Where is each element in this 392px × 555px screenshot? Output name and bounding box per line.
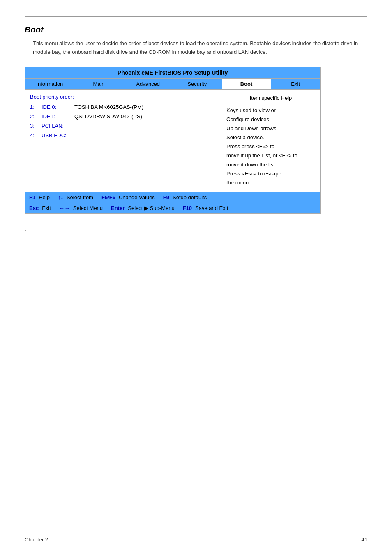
boot-item-2: 2: IDE1: QSI DVDRW SDW-042-(PS) (30, 113, 216, 120)
bios-left-panel: Boot priority order: 1: IDE 0: TOSHIBA M… (25, 90, 221, 192)
boot-num-2: 2: (30, 113, 42, 120)
nav-item-exit[interactable]: Exit (271, 79, 320, 89)
bios-help-line-3: Up and Down arrows (226, 124, 315, 133)
boot-item-1: 1: IDE 0: TOSHIBA MK6025GAS-(PM) (30, 104, 216, 110)
boot-num-3: 3: (30, 123, 42, 129)
boot-name-3: PCI LAN: (42, 123, 74, 129)
bios-help-line-2: Configure devices: (226, 115, 315, 124)
bios-help-line-5: Press press <F6> to (226, 142, 315, 151)
top-divider (25, 16, 367, 17)
bios-help-line-9: the menu. (226, 178, 315, 187)
text-change-values: Change Values (119, 194, 155, 200)
bios-help-title: Item specific Help (226, 94, 315, 103)
key-enter: Enter (111, 205, 125, 211)
footer-row-2: Esc Exit ←→ Select Menu Enter Select ▶ S… (25, 203, 320, 213)
key-arrows: ↑↓ (58, 194, 63, 200)
boot-value-1: TOSHIBA MK6025GAS-(PM) (74, 104, 143, 110)
boot-value-2: QSI DVDRW SDW-042-(PS) (74, 113, 142, 120)
key-f10: F10 (183, 205, 192, 211)
boot-num-4: 4: (30, 132, 42, 138)
nav-item-boot[interactable]: Boot (222, 79, 271, 89)
nav-item-security[interactable]: Security (173, 79, 222, 89)
text-select-submenu: Select ▶ Sub-Menu (128, 205, 174, 211)
page-number: 41 (362, 537, 367, 543)
section-description: This menu allows the user to decide the … (33, 39, 367, 57)
text-select-item: Select Item (67, 194, 93, 200)
text-select-menu: Select Menu (73, 205, 103, 211)
page-footer: Chapter 2 41 (25, 533, 367, 543)
bios-body: Boot priority order: 1: IDE 0: TOSHIBA M… (25, 90, 320, 192)
boot-name-1: IDE 0: (42, 104, 74, 110)
key-f1: F1 (29, 194, 35, 200)
boot-item-3: 3: PCI LAN: (30, 123, 216, 129)
bios-footer: F1 Help ↑↓ Select Item F5/F6 Change Valu… (25, 192, 320, 213)
key-lr-arrows: ←→ (59, 205, 70, 211)
trailing-dot (25, 226, 367, 233)
text-help: Help (39, 194, 50, 200)
text-save-exit: Save and Exit (195, 205, 228, 211)
bios-nav-row: Information Main Advanced Security Boot … (25, 79, 320, 90)
page-content: Boot This menu allows the user to decide… (0, 0, 392, 257)
boot-item-4: 4: USB FDC: (30, 132, 216, 138)
bios-right-panel: Item specific Help Keys used to view or … (221, 90, 320, 192)
bios-help-line-4: Select a device. (226, 133, 315, 142)
section-title: Boot (25, 25, 367, 35)
bios-help-line-7: move it down the list. (226, 160, 315, 169)
nav-item-information[interactable]: Information (25, 79, 74, 89)
nav-item-main[interactable]: Main (74, 79, 124, 89)
footer-row-1: F1 Help ↑↓ Select Item F5/F6 Change Valu… (25, 192, 320, 203)
bios-help-line-8: Press <Esc> to escape (226, 169, 315, 178)
boot-name-4: USB FDC: (42, 132, 74, 138)
boot-priority-label: Boot priority order: (30, 94, 216, 100)
boot-dash: – (38, 143, 216, 149)
boot-num-1: 1: (30, 104, 42, 110)
text-exit: Exit (42, 205, 51, 211)
chapter-label: Chapter 2 (25, 537, 48, 543)
text-setup-defaults: Setup defaults (173, 194, 207, 200)
nav-item-advanced[interactable]: Advanced (123, 79, 173, 89)
key-esc: Esc (29, 205, 39, 211)
key-f5f6: F5/F6 (101, 194, 115, 200)
bios-help-line-6: move it up the List, or <F5> to (226, 151, 315, 160)
boot-name-2: IDE1: (42, 113, 74, 120)
key-f9: F9 (163, 194, 169, 200)
bios-title-bar: Phoenix cME FirstBIOS Pro Setup Utility (25, 67, 320, 79)
bios-help-line-1: Keys used to view or (226, 106, 315, 115)
bios-table: Phoenix cME FirstBIOS Pro Setup Utility … (25, 67, 321, 214)
